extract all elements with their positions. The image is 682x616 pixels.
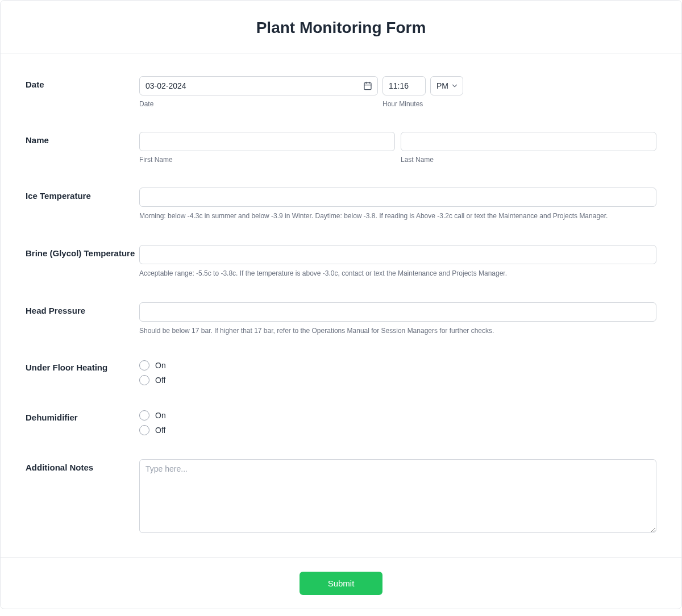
sublabel-last-name: Last Name <box>401 156 656 164</box>
label-underfloor: Under Floor Heating <box>26 359 139 372</box>
field-row-date: Date <box>26 76 656 108</box>
field-row-head-pressure: Head Pressure Should be below 17 bar. If… <box>26 302 656 336</box>
field-row-dehumidifier: Dehumidifier On Off <box>26 409 656 435</box>
underfloor-off-label: Off <box>155 376 165 385</box>
dehumidifier-off-label: Off <box>155 426 165 435</box>
field-row-underfloor: Under Floor Heating On Off <box>26 359 656 385</box>
dehumidifier-radio-group: On Off <box>139 409 656 435</box>
field-row-name: Name First Name Last Name <box>26 132 656 164</box>
notes-textarea[interactable] <box>139 459 656 533</box>
label-name: Name <box>26 132 139 145</box>
form-header: Plant Monitoring Form <box>1 1 681 53</box>
sublabel-date: Date <box>139 100 378 108</box>
dehumidifier-on-option[interactable]: On <box>139 410 656 421</box>
label-brine-temp: Brine (Glycol) Temperature <box>26 245 139 258</box>
sublabel-first-name: First Name <box>139 156 395 164</box>
ampm-select[interactable] <box>430 76 463 95</box>
time-input[interactable] <box>382 76 426 95</box>
form-body: Date <box>1 53 681 557</box>
label-notes: Additional Notes <box>26 459 139 472</box>
head-pressure-input[interactable] <box>139 302 656 322</box>
dehumidifier-on-label: On <box>155 411 166 420</box>
radio-icon <box>139 375 149 385</box>
field-row-notes: Additional Notes <box>26 459 656 535</box>
form-container: Plant Monitoring Form Date <box>0 0 682 609</box>
radio-icon <box>139 360 149 371</box>
help-head-pressure: Should be below 17 bar. If higher that 1… <box>139 326 656 336</box>
submit-button[interactable]: Submit <box>300 572 383 595</box>
radio-icon <box>139 410 149 421</box>
field-row-brine-temp: Brine (Glycol) Temperature Acceptable ra… <box>26 245 656 278</box>
label-head-pressure: Head Pressure <box>26 302 139 315</box>
date-input[interactable] <box>139 76 378 95</box>
page-title: Plant Monitoring Form <box>14 19 668 37</box>
underfloor-off-option[interactable]: Off <box>139 375 656 385</box>
ice-temp-input[interactable] <box>139 188 656 207</box>
help-brine-temp: Acceptable range: -5.5c to -3.8c. If the… <box>139 269 656 278</box>
field-row-ice-temp: Ice Temperature Morning: below -4.3c in … <box>26 188 656 221</box>
radio-icon <box>139 425 149 435</box>
first-name-input[interactable] <box>139 132 395 151</box>
dehumidifier-off-option[interactable]: Off <box>139 425 656 435</box>
sublabel-time: Hour Minutes <box>382 100 426 108</box>
label-date: Date <box>26 76 139 89</box>
brine-temp-input[interactable] <box>139 245 656 264</box>
underfloor-on-option[interactable]: On <box>139 360 656 371</box>
underfloor-radio-group: On Off <box>139 359 656 385</box>
last-name-input[interactable] <box>401 132 656 151</box>
underfloor-on-label: On <box>155 361 166 370</box>
help-ice-temp: Morning: below -4.3c in summer and below… <box>139 211 656 221</box>
form-footer: Submit <box>1 557 681 609</box>
label-ice-temp: Ice Temperature <box>26 188 139 201</box>
label-dehumidifier: Dehumidifier <box>26 409 139 422</box>
